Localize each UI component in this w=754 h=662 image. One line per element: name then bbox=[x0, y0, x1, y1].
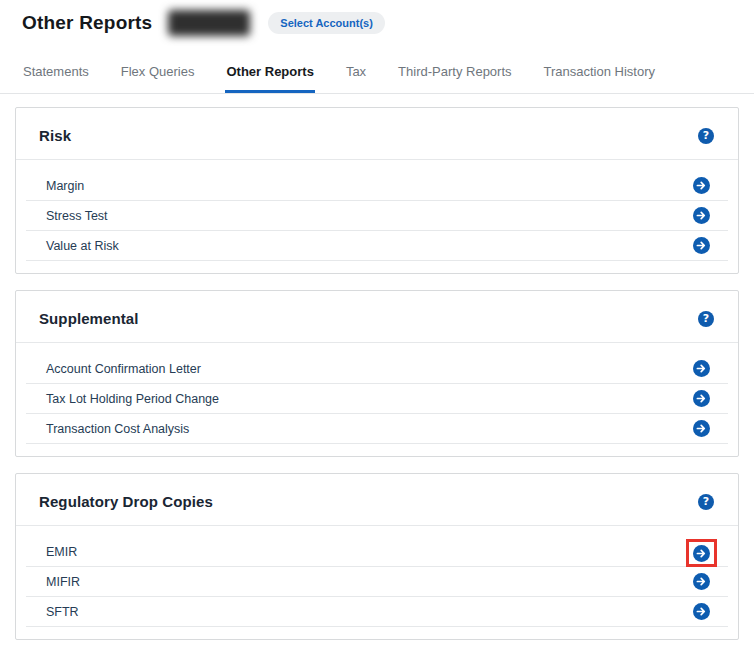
run-report-button[interactable] bbox=[693, 545, 710, 562]
arrow-right-circle-icon bbox=[693, 420, 710, 437]
page-header: Other Reports Select Account(s) bbox=[0, 0, 754, 38]
reports-content: Risk ? Margin Stress Test Value at Risk bbox=[0, 94, 754, 640]
question-mark-circle-icon[interactable]: ? bbox=[698, 128, 714, 144]
report-row-label: Account Confirmation Letter bbox=[46, 362, 201, 376]
tab-other-reports[interactable]: Other Reports bbox=[225, 60, 314, 93]
report-row-tax-lot-holding-period-change[interactable]: Tax Lot Holding Period Change bbox=[26, 384, 728, 414]
select-accounts-button[interactable]: Select Account(s) bbox=[268, 12, 385, 34]
report-row-label: Tax Lot Holding Period Change bbox=[46, 392, 219, 406]
run-report-button[interactable] bbox=[693, 573, 710, 590]
tab-tax[interactable]: Tax bbox=[345, 60, 367, 93]
report-row-margin[interactable]: Margin bbox=[26, 171, 728, 201]
section-title: Supplemental bbox=[39, 310, 139, 327]
section-supplemental: Supplemental ? Account Confirmation Lett… bbox=[15, 290, 739, 457]
arrow-right-circle-icon bbox=[693, 207, 710, 224]
report-row-emir[interactable]: EMIR bbox=[26, 537, 728, 567]
tab-third-party-reports[interactable]: Third-Party Reports bbox=[397, 60, 512, 93]
run-report-button[interactable] bbox=[693, 420, 710, 437]
run-report-button[interactable] bbox=[693, 390, 710, 407]
report-row-account-confirmation-letter[interactable]: Account Confirmation Letter bbox=[26, 354, 728, 384]
report-row-transaction-cost-analysis[interactable]: Transaction Cost Analysis bbox=[26, 414, 728, 444]
question-mark-circle-icon[interactable]: ? bbox=[698, 311, 714, 327]
report-row-label: SFTR bbox=[46, 605, 79, 619]
question-mark-circle-icon[interactable]: ? bbox=[698, 494, 714, 510]
section-risk-header: Risk ? bbox=[16, 108, 738, 160]
tab-flex-queries[interactable]: Flex Queries bbox=[120, 60, 196, 93]
report-row-label: Stress Test bbox=[46, 209, 108, 223]
report-row-sftr[interactable]: SFTR bbox=[26, 597, 728, 627]
section-risk-rows: Margin Stress Test Value at Risk bbox=[16, 160, 738, 273]
arrow-right-circle-icon bbox=[693, 603, 710, 620]
section-regulatory-rows: EMIR MIFIR SFTR bbox=[16, 526, 738, 639]
run-report-button[interactable] bbox=[693, 237, 710, 254]
arrow-right-circle-icon bbox=[693, 573, 710, 590]
tab-transaction-history[interactable]: Transaction History bbox=[543, 60, 657, 93]
arrow-right-circle-icon bbox=[693, 177, 710, 194]
report-row-label: Margin bbox=[46, 179, 84, 193]
report-row-stress-test[interactable]: Stress Test bbox=[26, 201, 728, 231]
report-row-label: EMIR bbox=[46, 545, 77, 559]
run-report-button[interactable] bbox=[693, 177, 710, 194]
arrow-right-circle-icon bbox=[693, 545, 710, 562]
report-row-label: Value at Risk bbox=[46, 239, 119, 253]
section-supplemental-rows: Account Confirmation Letter Tax Lot Hold… bbox=[16, 343, 738, 456]
section-risk: Risk ? Margin Stress Test Value at Risk bbox=[15, 107, 739, 274]
reports-tabbar: Statements Flex Queries Other Reports Ta… bbox=[0, 60, 754, 94]
tab-statements[interactable]: Statements bbox=[22, 60, 90, 93]
arrow-right-circle-icon bbox=[693, 237, 710, 254]
section-regulatory-header: Regulatory Drop Copies ? bbox=[16, 474, 738, 526]
redacted-account-name bbox=[168, 10, 250, 36]
run-report-button[interactable] bbox=[693, 603, 710, 620]
run-report-button[interactable] bbox=[693, 360, 710, 377]
run-report-button[interactable] bbox=[693, 207, 710, 224]
section-title: Risk bbox=[39, 127, 71, 144]
report-row-label: Transaction Cost Analysis bbox=[46, 422, 189, 436]
arrow-right-circle-icon bbox=[693, 390, 710, 407]
report-row-mifir[interactable]: MIFIR bbox=[26, 567, 728, 597]
report-row-label: MIFIR bbox=[46, 575, 80, 589]
section-supplemental-header: Supplemental ? bbox=[16, 291, 738, 343]
red-highlight-box bbox=[686, 539, 717, 567]
page-title: Other Reports bbox=[22, 12, 152, 34]
section-regulatory-drop-copies: Regulatory Drop Copies ? EMIR MIFIR SFTR bbox=[15, 473, 739, 640]
section-title: Regulatory Drop Copies bbox=[39, 493, 213, 510]
arrow-right-circle-icon bbox=[693, 360, 710, 377]
report-row-value-at-risk[interactable]: Value at Risk bbox=[26, 231, 728, 261]
